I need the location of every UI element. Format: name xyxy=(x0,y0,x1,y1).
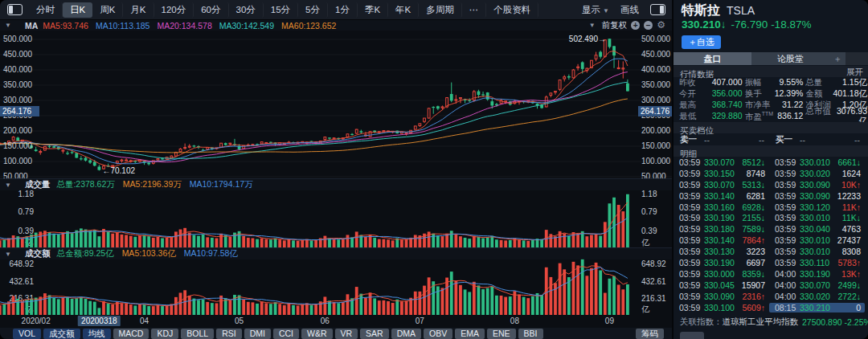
period-tab-⋯[interactable]: ⋯ xyxy=(462,2,487,18)
x-axis: 2020/0220200318040506070809 xyxy=(0,315,672,328)
trade-row: 03:59330.0708512↓03:59330.0106661↓ xyxy=(674,157,868,168)
zoom-in-icon[interactable]: + xyxy=(631,21,640,30)
volume-ma10: MA10:1794.17万 xyxy=(190,179,253,190)
period-tab-周K[interactable]: 周K xyxy=(92,2,123,18)
indicator-tab-KDJ[interactable]: KDJ xyxy=(151,329,178,339)
x-axis-label: 20200318 xyxy=(78,316,121,326)
tab-论股堂[interactable]: 论股堂 xyxy=(751,52,829,65)
trade-cell: 03:59330.12011K↑ xyxy=(769,202,865,212)
period-tab-15分[interactable]: 15分 xyxy=(264,2,298,18)
volume-total: 总量:2378.62万 xyxy=(56,179,114,190)
period-tab-年K[interactable]: 年K xyxy=(388,2,419,18)
indicator-tab-RSI[interactable]: RSI xyxy=(216,329,242,339)
ma-values: MA5:93.746MA10:113.185MA20:134.578MA30:1… xyxy=(43,21,343,31)
period-tab-日K[interactable]: 日K xyxy=(63,2,92,18)
panel-toggle-icon[interactable] xyxy=(650,4,665,15)
price-tick: 150.000 xyxy=(3,141,32,151)
trade-cell: 03:59330.0404763 xyxy=(769,224,865,234)
x-axis-label: 04 xyxy=(140,316,149,326)
indicator-tab-DMI[interactable]: DMI xyxy=(244,329,271,339)
sidebar-toggle-icon[interactable] xyxy=(7,4,23,15)
indicator-tab-OBV[interactable]: OBV xyxy=(424,329,452,339)
period-tab-60分[interactable]: 60分 xyxy=(194,2,228,18)
trade-cell: 03:59330.1303223 xyxy=(674,247,769,256)
price-tick: 400.000 xyxy=(641,65,670,75)
adjust-mode-label[interactable]: 前复权 xyxy=(602,20,628,31)
stat-label: 市盈TTM xyxy=(745,111,773,123)
indicator-tab-ENE[interactable]: ENE xyxy=(487,329,516,339)
sell-1-row: 卖一---- xyxy=(674,133,769,145)
indicator-tab-均线[interactable]: 均线 xyxy=(83,329,111,339)
buy-1-row: 买一---- xyxy=(769,133,865,145)
stock-name: 特斯拉TSLA xyxy=(682,2,755,19)
period-tab-个股资料[interactable]: 个股资料 xyxy=(486,2,538,18)
trade-row: 03:59330.1606928↓03:59330.12011K↑ xyxy=(674,202,868,213)
period-tab-1分[interactable]: 1分 xyxy=(328,2,358,18)
x-axis-label: 07 xyxy=(416,316,424,326)
volume-pane-header: ▼ 成交量 总量:2378.62万 MA5:2196.39万 MA10:1794… xyxy=(0,178,672,190)
quote-stats-row: 今开356.000换手12.39%金额401.18亿 xyxy=(674,88,868,100)
period-tab-季K[interactable]: 季K xyxy=(358,2,388,18)
indicator-tab-VOL[interactable]: VOL xyxy=(13,329,41,339)
period-tab-5分[interactable]: 5分 xyxy=(298,2,328,18)
bid-ask-header: 买卖档位 xyxy=(674,122,868,133)
indicator-tab-BOLL[interactable]: BOLL xyxy=(181,329,214,339)
stat-label: 总量 xyxy=(805,77,822,88)
indicator-tab-VR[interactable]: VR xyxy=(335,329,358,339)
period-tab-分时[interactable]: 分时 xyxy=(29,2,63,18)
draw-line-button[interactable]: 画线 xyxy=(620,4,639,16)
period-tab-多周期[interactable]: 多周期 xyxy=(419,2,462,18)
trade-cell: 03:59330.0705313↓ xyxy=(674,180,769,190)
trade-row: 03:59330.150874803:59330.0201624 xyxy=(674,168,868,179)
chevron-down-icon: ▼ xyxy=(589,22,596,29)
price-tick: 300.000 xyxy=(641,96,670,105)
indicator-tab-DMA[interactable]: DMA xyxy=(391,329,421,339)
stat-label: 总市值 xyxy=(805,106,831,117)
indicator-tab-CCI[interactable]: CCI xyxy=(273,329,299,339)
indicator-tab-W&R[interactable]: W&R xyxy=(301,329,333,339)
stat-label: 今开 xyxy=(679,88,696,100)
trade-row: 03:59330.1902155↓03:59330.01011K↓ xyxy=(674,212,868,223)
volume-chart[interactable] xyxy=(0,190,672,247)
ma-label: MA xyxy=(25,21,38,31)
trade-cell: 03:59330.1906697 xyxy=(674,258,769,268)
expand-link[interactable]: 展开 xyxy=(846,66,863,77)
quote-panel: 特斯拉TSLA 330.210↓-76.790 -18.87% ＋自选 盘口论股… xyxy=(672,0,868,339)
indicator-tab-SAR[interactable]: SAR xyxy=(360,329,389,339)
tab-盘口[interactable]: 盘口 xyxy=(674,52,751,65)
trade-row: 03:59330.0008359↓04:00330.19013K↑ xyxy=(674,268,868,280)
stat-label: 最高 xyxy=(679,100,696,111)
trade-row: 03:59330.0902316↑04:00330.0202722↓ xyxy=(674,291,868,302)
display-menu[interactable]: 显示▼ xyxy=(582,4,609,16)
stat-value: 401.18亿 xyxy=(822,88,867,100)
ma-value: MA60:123.652 xyxy=(281,21,336,31)
indicator-tab-成交额[interactable]: 成交额 xyxy=(43,329,80,339)
zoom-out-icon[interactable]: − xyxy=(644,21,653,30)
price-tick: 500.000 xyxy=(3,35,32,44)
period-tab-120分[interactable]: 120分 xyxy=(154,2,194,18)
add-tab-button[interactable]: ＋ xyxy=(829,52,845,65)
stat-label: 昨收 xyxy=(679,77,696,88)
candlestick-chart[interactable] xyxy=(0,31,672,178)
period-tab-30分[interactable]: 30分 xyxy=(229,2,264,18)
price-line: 330.210↓-76.790 -18.87% xyxy=(682,18,811,31)
trade-detail-list: 03:59330.0708512↓03:59330.0106661↓03:593… xyxy=(674,157,868,312)
chips-distribution-button[interactable]: 筹码 xyxy=(636,329,664,339)
trade-cell: 03:59330.0106661↓ xyxy=(769,157,865,167)
down-arrow-icon: ↓ xyxy=(721,18,727,31)
gear-icon[interactable]: ⚙ xyxy=(657,21,665,30)
x-axis-label: 08 xyxy=(510,316,519,326)
trade-cell: 08:15330.2100 xyxy=(769,303,865,312)
indicator-tab-BBI[interactable]: BBI xyxy=(518,329,543,339)
trade-cell: 03:59330.1606928↓ xyxy=(674,202,769,212)
trade-cell: 04:00330.0702499↓ xyxy=(769,280,865,290)
detail-header: 明细 xyxy=(674,145,868,157)
indicator-tab-MACD[interactable]: MACD xyxy=(113,329,149,339)
period-tab-月K[interactable]: 月K xyxy=(123,2,154,18)
price-tick: 350.000 xyxy=(641,80,670,90)
add-watchlist-button[interactable]: ＋自选 xyxy=(682,35,721,49)
related-index-row[interactable]: 关联指数： 道琼斯工业平均指数 27500.890 -2.25% i xyxy=(674,315,868,329)
turnover-chart[interactable] xyxy=(0,259,672,315)
indicator-tab-EMA[interactable]: EMA xyxy=(455,329,485,339)
collapse-icon[interactable]: ▼ xyxy=(5,22,11,29)
